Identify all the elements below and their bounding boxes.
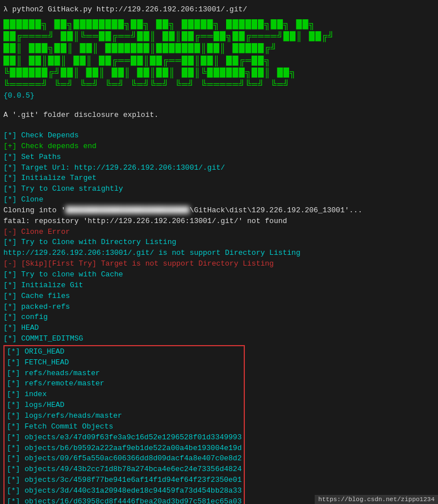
- box-logs-refs-heads-master: [*] logs/refs/heads/master: [7, 411, 241, 422]
- url-bar: https://blog.csdn.net/zippo1234: [315, 495, 438, 504]
- commit-editmsg-line: [*] COMMIT_EDITMSG: [3, 334, 435, 345]
- box-fetch-commit-objects: [*] Fetch Commit Objects: [7, 422, 241, 432]
- box-obj-16: [*] objects/16/d63958cd8f4446fbea20ad3bd…: [7, 497, 241, 504]
- logo-row-4: ██║ ██║██║ ██║ ██╔══██║██╔══██║██║ ██╔═█…: [3, 55, 435, 67]
- head-line: [*] HEAD: [3, 323, 435, 334]
- version-label: {0.0.5}: [3, 91, 435, 102]
- cache-files-line: [*] Cache files: [3, 291, 435, 302]
- logo-row-5: ╚██████╔╝██║ ██║ ██║ ██║██║ ██║╚██████╗█…: [3, 67, 435, 79]
- box-refs-heads-master: [*] refs/heads/master: [7, 368, 241, 379]
- box-obj-b6: [*] objects/b6/b9592a222aaf9eb1de522a00a…: [7, 443, 241, 454]
- box-orig-head: [*] ORIG_HEAD: [7, 347, 241, 358]
- clone-error-line: [-] Clone Error: [3, 227, 435, 238]
- try-dir-listing: [*] Try to Clone with Directory Listing: [3, 237, 435, 248]
- red-box-section: [*] ORIG_HEAD [*] FETCH_HEAD [*] refs/he…: [3, 345, 245, 504]
- logo-row-6: ╚═════╝ ╚═╝ ╚═╝ ╚═╝ ╚═╝╚═╝ ╚═╝ ╚═════╝╚═…: [3, 79, 435, 91]
- terminal-window: λ python2 GitHack.py http://129.226.192.…: [0, 0, 438, 504]
- box-obj-e3: [*] objects/e3/47d09f63fe3a9c16d52e12965…: [7, 432, 241, 443]
- output-line-4: [*] Initialize Target: [3, 173, 435, 184]
- logo-row-1: ██████╗ ██╗████████╗██╗ ██╗ █████╗ █████…: [3, 19, 435, 31]
- output-line-6: [*] Clone: [3, 195, 435, 205]
- output-line-0: [*] Check Depends: [3, 131, 435, 141]
- output-line-1: [+] Check depends end: [3, 141, 435, 152]
- box-obj-3c: [*] objects/3c/4598f77be941e6af14f1d94ef…: [7, 475, 241, 486]
- box-logs-head: [*] logs/HEAD: [7, 400, 241, 411]
- logo-row-3: ██║ ███╗██║ ██║ ███████║███████║██║ ████…: [3, 43, 435, 54]
- fatal-line: fatal: repository 'http://129.226.192.20…: [3, 216, 435, 227]
- logo-art: ██████╗ ██╗████████╗██╗ ██╗ █████╗ █████…: [3, 19, 435, 121]
- output-line-2: [*] Set Paths: [3, 152, 435, 163]
- init-git-line: [*] Initialize Git: [3, 280, 435, 291]
- box-refs-remote-master: [*] refs/remote/master: [7, 379, 241, 389]
- output-line-5: [*] Try to Clone straightly: [3, 184, 435, 195]
- box-fetch-head: [*] FETCH_HEAD: [7, 358, 241, 368]
- try-cache-line: [*] Try to clone with Cache: [3, 270, 435, 280]
- packed-refs-line: [*] packed-refs: [3, 302, 435, 313]
- config-line: [*] config: [3, 312, 435, 323]
- pre-box-output: [*] Check Depends [+] Check depends end …: [3, 131, 435, 345]
- not-support-dir: http://129.226.192.206:13001/.git/ is no…: [3, 248, 435, 259]
- box-obj-49: [*] objects/49/43b2cc71d8b78a274bca4e6ec…: [7, 464, 241, 475]
- box-index: [*] index: [7, 389, 241, 400]
- command-line: λ python2 GitHack.py http://129.226.192.…: [3, 5, 435, 15]
- cloning-line: Cloning into '██████████████████████████…: [3, 205, 435, 216]
- box-obj-3d: [*] objects/3d/440c31a20948ede18c94459fa…: [7, 486, 241, 497]
- box-obj-09: [*] objects/09/6f5a550ac606366dd8d09dacf…: [7, 453, 241, 464]
- subtitle-label: A '.git' folder disclosure exploit.: [3, 110, 435, 121]
- logo-row-2: ██╔════╝ ██║╚══██╔══╝██║ ██║██╔══██╗██╔═…: [3, 31, 435, 43]
- output-line-3: [*] Target Url: http://129.226.192.206:1…: [3, 163, 435, 174]
- skip-first-try: [-] [Skip][First Try] Target is not supp…: [3, 259, 435, 270]
